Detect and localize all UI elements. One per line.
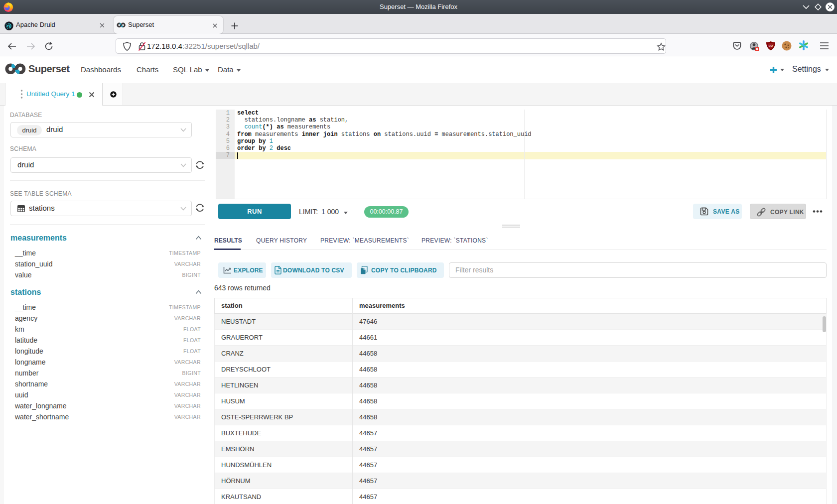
svg-text:uO: uO (769, 44, 773, 47)
